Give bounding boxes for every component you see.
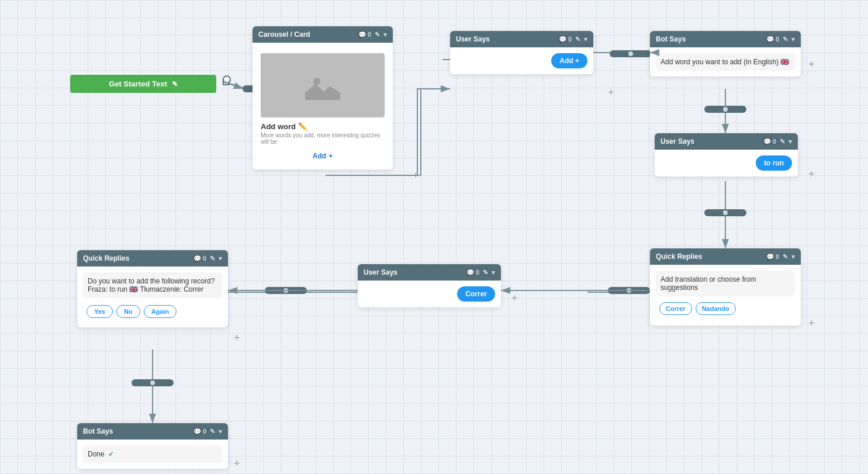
quick-replies-1-message: Do you want to add the following record?… [83,272,222,298]
user-says-node-2: User Says 💬 0 ✎ ▾ to run [655,133,798,177]
quick-replies-2-node: Quick Replies 💬 0 ✎ ▾ Add translation or… [650,248,801,326]
quick-replies-1-edit-icon[interactable]: ✎ [210,255,215,262]
quick-replies-2-add-plus[interactable]: + [808,317,815,330]
quick-replies-1-chevron-icon[interactable]: ▾ [219,255,222,262]
bot-says-2-comment: 💬 0 [193,428,206,435]
bot-says-1-message: Add word you want to add (in English) 🇬🇧 [656,53,795,71]
bot-says-1-header: Bot Says 💬 0 ✎ ▾ [650,31,801,47]
user-says-3-header: User Says 💬 0 ✎ ▾ [358,264,501,281]
quick-replies-1-comment: 💬 0 [193,255,206,262]
bot-says-1-title: Bot Says [656,35,686,43]
quick-replies-2-message: Add translation or choose from suggestio… [656,271,795,296]
add-bubble-icon: + [575,57,579,65]
carousel-edit-icon[interactable]: ✎ [375,31,380,39]
bot-says-2-node: Bot Says 💬 0 ✎ ▾ Done ✔ [77,423,228,469]
quick-replies-1-header: Quick Replies 💬 0 ✎ ▾ [77,250,228,267]
user-says-3-title: User Says [364,268,397,276]
qr-btn-yes[interactable]: Yes [87,305,113,318]
user-says-2-add-plus[interactable]: + [808,168,815,181]
user-says-3-edit-icon[interactable]: ✎ [483,269,488,276]
carousel-card-title: Add word ✏️ [258,121,387,132]
user-says-2-comment: 💬 0 [763,138,776,146]
bot-says-1-comment: 💬 0 [766,36,779,43]
user-says-2-chevron-icon[interactable]: ▾ [789,138,792,146]
quick-replies-1-body: Do you want to add the following record?… [77,267,228,327]
carousel-add-icon: + [328,152,333,160]
bot-says-2-title: Bot Says [83,427,113,435]
bot-says-2-chevron-icon[interactable]: ▾ [219,428,222,435]
quick-replies-2-body: Add translation or choose from suggestio… [650,265,801,326]
bot-says-2-header: Bot Says 💬 0 ✎ ▾ [77,423,228,440]
carousel-chevron-icon[interactable]: ▾ [383,31,387,39]
quick-replies-2-title: Quick Replies [656,252,702,261]
quick-replies-2-header: Quick Replies 💬 0 ✎ ▾ [650,248,801,265]
quick-replies-2-edit-icon[interactable]: ✎ [783,253,788,261]
quick-replies-1-buttons: Yes No Again [83,300,222,321]
user-says-2-header: User Says 💬 0 ✎ ▾ [655,133,798,150]
bot-says-1-chevron-icon[interactable]: ▾ [791,36,795,43]
carousel-add-button[interactable]: Add + [258,148,387,164]
carousel-add-node-plus[interactable]: + [413,169,419,182]
user-says-3-comment: 💬 0 [466,269,479,276]
user-says-3-body: Correr [358,281,501,307]
quick-replies-1-title: Quick Replies [83,254,129,262]
qr-btn-again[interactable]: Again [144,305,177,318]
suggestion-chip-nadando[interactable]: Nadando [696,302,736,315]
carousel-body: Add word ✏️ More words you add, more int… [253,43,393,169]
user-says-3-bubble: Correr [457,286,495,302]
user-says-1-body: Add + [450,47,593,74]
user-says-1-edit-icon[interactable]: ✎ [575,36,580,43]
svg-point-17 [313,78,320,85]
bot-says-1-add-plus[interactable]: + [808,58,815,71]
bot-says-2-message: Done [88,450,105,458]
user-says-1-add-plus[interactable]: + [608,87,614,99]
done-check-icon: ✔ [108,450,114,458]
user-says-1-chevron-icon[interactable]: ▾ [584,36,587,43]
carousel-image [261,53,385,117]
user-says-3-chevron-icon[interactable]: ▾ [492,269,495,276]
user-says-2-title: User Says [660,137,694,146]
bot-says-1-body: Add word you want to add (in English) 🇬🇧 [650,47,801,77]
user-says-3-add-plus[interactable]: + [511,292,518,305]
user-says-2-edit-icon[interactable]: ✎ [780,138,785,146]
user-says-node-3: User Says 💬 0 ✎ ▾ Correr [358,264,501,307]
bot-says-2-add-plus[interactable]: + [234,458,240,470]
quick-replies-2-chevron-icon[interactable]: ▾ [791,253,795,261]
carousel-title-text: Carousel / Card [258,30,310,39]
carousel-card-subtitle: More words you add, more interesting qui… [258,132,387,148]
get-started-node[interactable]: Get Started Text ✎ [70,75,216,93]
suggestion-chip-correr[interactable]: Correr [659,302,692,315]
qr-btn-no[interactable]: No [116,305,140,318]
get-started-edit-icon[interactable]: ✎ [172,80,178,88]
bot-says-2-body: Done ✔ [77,440,228,469]
user-says-1-title: User Says [456,35,490,43]
user-says-2-bubble: to run [756,155,792,171]
carousel-comment-count: 💬 0 [358,31,371,39]
carousel-pencil-icon[interactable]: ✏️ [298,122,307,131]
quick-replies-1-add-plus[interactable]: + [234,332,240,344]
quick-replies-1-node: Quick Replies 💬 0 ✎ ▾ Do you want to add… [77,250,228,327]
quick-replies-2-comment: 💬 0 [766,253,779,261]
user-says-node-1: User Says 💬 0 ✎ ▾ Add + [450,31,593,74]
quick-replies-2-suggestions: Correr Nadando [656,299,795,320]
bot-says-2-edit-icon[interactable]: ✎ [210,428,215,435]
user-says-1-comment: 💬 0 [559,36,572,43]
carousel-node: Carousel / Card 💬 0 ✎ ▾ Add word ✏️ More… [253,26,393,169]
user-says-1-header: User Says 💬 0 ✎ ▾ [450,31,593,47]
carousel-header: Carousel / Card 💬 0 ✎ ▾ [253,26,393,43]
bot-says-1-edit-icon[interactable]: ✎ [783,36,788,43]
user-says-2-body: to run [655,150,798,177]
user-says-1-bubble: Add + [551,53,587,68]
bot-says-1-node: Bot Says 💬 0 ✎ ▾ Add word you want to ad… [650,31,801,77]
get-started-label: Get Started Text [109,79,167,88]
